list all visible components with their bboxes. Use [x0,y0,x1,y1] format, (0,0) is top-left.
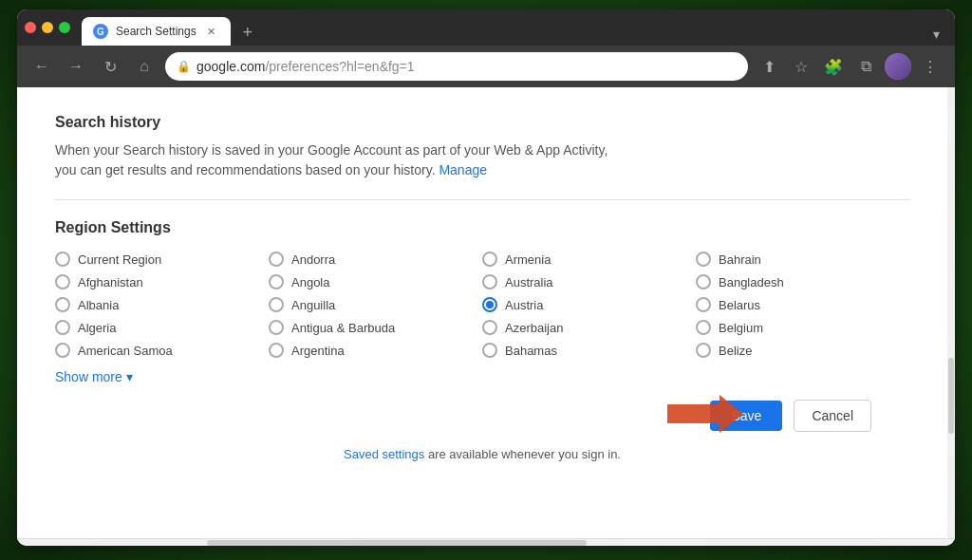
traffic-lights [25,22,70,33]
radio-australia[interactable]: Australia [482,274,696,289]
avatar [885,53,911,80]
radio-bahrain-input[interactable] [696,252,711,267]
radio-angola-input[interactable] [269,274,284,289]
radio-belize-input[interactable] [696,343,711,358]
radio-albania-label: Albania [78,298,119,312]
radio-armenia[interactable]: Armenia [482,252,696,267]
cancel-button[interactable]: Cancel [794,400,871,432]
profile-button[interactable] [885,53,911,80]
address-domain: google.com [196,59,265,74]
nav-right-buttons: ⬆ ☆ 🧩 ⧉ ⋮ [756,53,944,80]
radio-argentina-label: Argentina [291,344,345,358]
radio-austria-input[interactable] [482,297,497,312]
radio-armenia-label: Armenia [505,252,551,267]
back-button[interactable]: ← [28,53,55,80]
radio-anguilla[interactable]: Anguilla [269,297,482,312]
title-bar: G Search Settings ✕ + ▾ [17,9,955,46]
radio-andorra-input[interactable] [269,252,284,267]
radio-afghanistan-label: Afghanistan [78,275,143,289]
tab-favicon: G [93,24,108,39]
radio-bangladesh-label: Bangladesh [719,275,784,289]
saved-settings-link[interactable]: Saved settings [344,447,424,461]
radio-bahamas[interactable]: Bahamas [482,343,696,358]
radio-azerbaijan[interactable]: Azerbaijan [482,320,696,335]
saved-settings-text: Saved settings are available whenever yo… [55,447,909,476]
share-button[interactable]: ⬆ [756,53,782,80]
search-history-title: Search history [55,114,909,131]
radio-angola[interactable]: Angola [269,274,482,289]
radio-albania[interactable]: Albania [55,297,269,312]
radio-belgium[interactable]: Belgium [696,320,909,335]
radio-andorra-label: Andorra [291,252,335,267]
radio-antigua-barbuda[interactable]: Antigua & Barbuda [269,320,482,335]
horizontal-scrollbar[interactable] [17,538,955,546]
radio-belarus-input[interactable] [696,297,711,312]
radio-australia-input[interactable] [482,274,497,289]
radio-afghanistan-input[interactable] [55,274,70,289]
radio-azerbaijan-input[interactable] [482,320,497,335]
radio-albania-input[interactable] [55,297,70,312]
radio-argentina-input[interactable] [269,343,284,358]
refresh-button[interactable]: ↻ [97,53,123,80]
new-tab-button[interactable]: + [234,19,261,46]
radio-argentina[interactable]: Argentina [269,343,482,358]
horizontal-scrollbar-thumb[interactable] [207,540,587,546]
radio-bahrain[interactable]: Bahrain [696,252,909,267]
radio-algeria[interactable]: Algeria [55,320,269,335]
forward-button[interactable]: → [63,53,89,80]
radio-belize[interactable]: Belize [696,343,909,358]
home-button[interactable]: ⌂ [131,53,158,80]
browser-window: G Search Settings ✕ + ▾ ← → ↻ ⌂ 🔒 google… [17,9,955,546]
scrollbar-thumb[interactable] [948,358,954,434]
bookmark-button[interactable]: ☆ [788,53,814,80]
radio-bahamas-label: Bahamas [505,344,557,358]
tab-close-button[interactable]: ✕ [204,24,219,39]
collapse-button[interactable]: ▾ [925,23,947,46]
radio-belgium-input[interactable] [696,320,711,335]
radio-armenia-input[interactable] [482,252,497,267]
radio-bahamas-input[interactable] [482,343,497,358]
vertical-scrollbar[interactable] [947,87,955,538]
radio-angola-label: Angola [291,275,329,289]
maximize-window-button[interactable] [59,22,70,33]
radio-afghanistan[interactable]: Afghanistan [55,274,269,289]
radio-antigua-barbuda-input[interactable] [269,320,284,335]
radio-american-samoa-input[interactable] [55,343,70,358]
address-bar[interactable]: 🔒 google.com/preferences?hl=en&fg=1 [165,52,748,81]
active-tab[interactable]: G Search Settings ✕ [82,17,231,46]
show-more-chevron-icon: ▾ [126,369,133,384]
menu-button[interactable]: ⋮ [917,53,944,80]
tab-bar-right: ▾ [925,23,947,46]
radio-austria[interactable]: Austria [482,297,696,312]
radio-belarus[interactable]: Belarus [696,297,909,312]
main-content: Search history When your Search history … [17,87,947,538]
desktop: G Search Settings ✕ + ▾ ← → ↻ ⌂ 🔒 google… [0,0,972,560]
radio-american-samoa[interactable]: American Samoa [55,343,269,358]
show-more-button[interactable]: Show more ▾ [55,369,909,384]
browser-view-button[interactable]: ⧉ [852,53,879,80]
region-settings-section: Region Settings Current Region Andorra [55,219,909,384]
radio-bangladesh-input[interactable] [696,274,711,289]
search-history-section: Search history When your Search history … [55,114,909,180]
manage-link[interactable]: Manage [439,162,487,177]
radio-current-region[interactable]: Current Region [55,252,269,267]
show-more-label: Show more [55,369,122,384]
saved-settings-description: are available whenever you sign in. [428,447,621,461]
radio-current-region-input[interactable] [55,252,70,267]
radio-azerbaijan-label: Azerbaijan [505,321,563,335]
minimize-window-button[interactable] [42,22,53,33]
address-text: google.com/preferences?hl=en&fg=1 [196,59,415,74]
radio-algeria-input[interactable] [55,320,70,335]
close-window-button[interactable] [25,22,36,33]
region-settings-title: Region Settings [55,219,909,236]
radio-belarus-label: Belarus [719,298,760,312]
radio-bangladesh[interactable]: Bangladesh [696,274,909,289]
radio-algeria-label: Algeria [78,321,116,335]
action-area: Save Cancel [55,384,909,447]
radio-american-samoa-label: American Samoa [78,344,173,358]
radio-belgium-label: Belgium [719,321,763,335]
radio-andorra[interactable]: Andorra [269,252,482,267]
extensions-button[interactable]: 🧩 [820,53,847,80]
radio-current-region-label: Current Region [78,252,161,267]
radio-anguilla-input[interactable] [269,297,284,312]
